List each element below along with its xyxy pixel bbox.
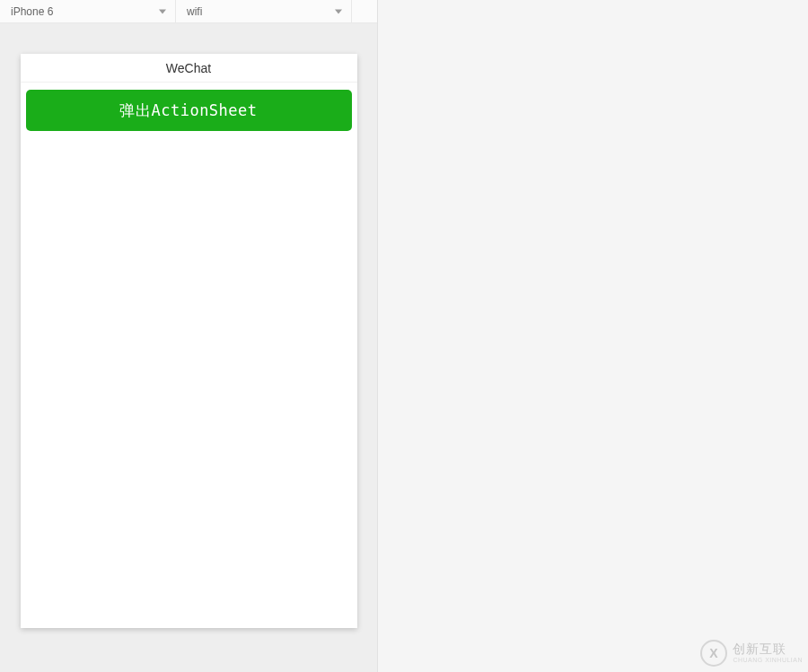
page-title: WeChat bbox=[21, 54, 357, 83]
simulator-controls: iPhone 6 wifi bbox=[0, 0, 377, 23]
network-dropdown-value: wifi bbox=[187, 5, 202, 18]
watermark: X 创新互联 CHUANG XINHULIAN bbox=[700, 640, 803, 667]
show-actionsheet-button[interactable]: 弹出ActionSheet bbox=[26, 90, 352, 131]
simulator-body: WeChat 弹出ActionSheet bbox=[0, 23, 377, 672]
watermark-logo-icon: X bbox=[700, 640, 727, 667]
chevron-down-icon bbox=[335, 9, 342, 13]
chevron-down-icon bbox=[159, 9, 166, 13]
phone-content: 弹出ActionSheet bbox=[21, 83, 357, 628]
watermark-line1: 创新互联 bbox=[733, 642, 803, 656]
device-dropdown-value: iPhone 6 bbox=[11, 5, 53, 18]
phone-frame: WeChat 弹出ActionSheet bbox=[21, 54, 357, 628]
network-dropdown[interactable]: wifi bbox=[176, 0, 352, 22]
device-dropdown[interactable]: iPhone 6 bbox=[0, 0, 176, 22]
simulator-pane: iPhone 6 wifi WeChat 弹出ActionSheet bbox=[0, 0, 378, 672]
watermark-line2: CHUANG XINHULIAN bbox=[733, 657, 803, 664]
